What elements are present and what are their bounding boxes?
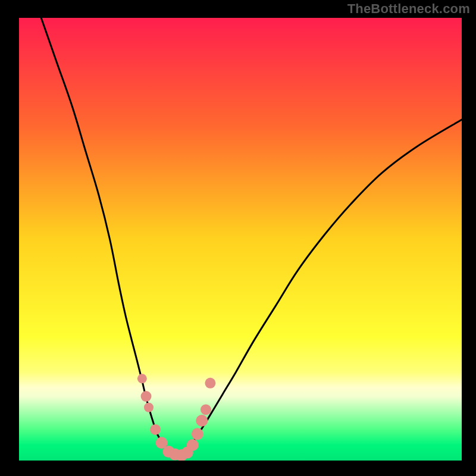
marker-dot	[137, 374, 147, 383]
marker-dot	[144, 403, 154, 412]
marker-dot	[141, 391, 152, 402]
marker-dot	[205, 378, 215, 389]
marker-dot	[187, 439, 199, 451]
marker-dot	[150, 424, 161, 435]
marker-dot	[196, 415, 208, 427]
gradient-background	[19, 18, 462, 461]
marker-dot	[201, 404, 211, 415]
marker-dot	[192, 428, 203, 440]
bottleneck-chart	[0, 0, 476, 476]
chart-frame: TheBottleneck.com	[0, 0, 476, 476]
